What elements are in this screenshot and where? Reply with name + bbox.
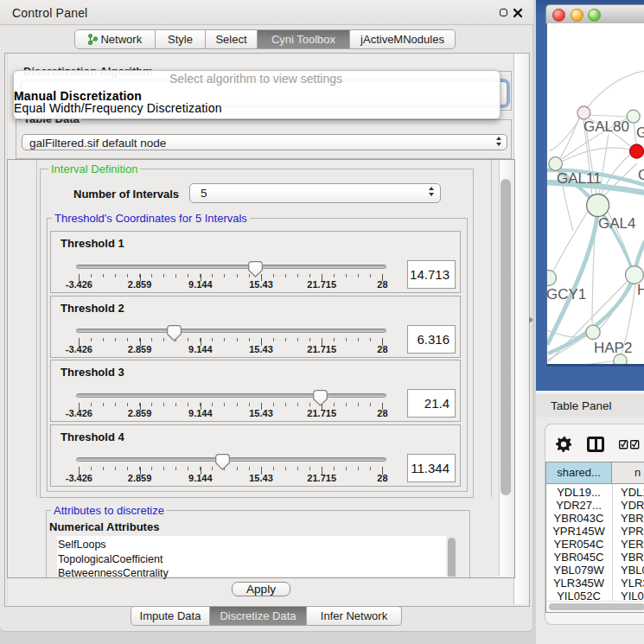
svg-text:C: C (638, 167, 644, 183)
svg-text:GAL11: GAL11 (557, 170, 602, 187)
svg-text:GAL4: GAL4 (598, 215, 635, 232)
svg-text:HAP2: HAP2 (594, 340, 632, 356)
svg-text:GCY1: GCY1 (547, 286, 586, 303)
svg-text:H: H (637, 282, 644, 298)
svg-text:GAL80: GAL80 (583, 118, 629, 135)
svg-text:GA: GA (636, 124, 644, 141)
